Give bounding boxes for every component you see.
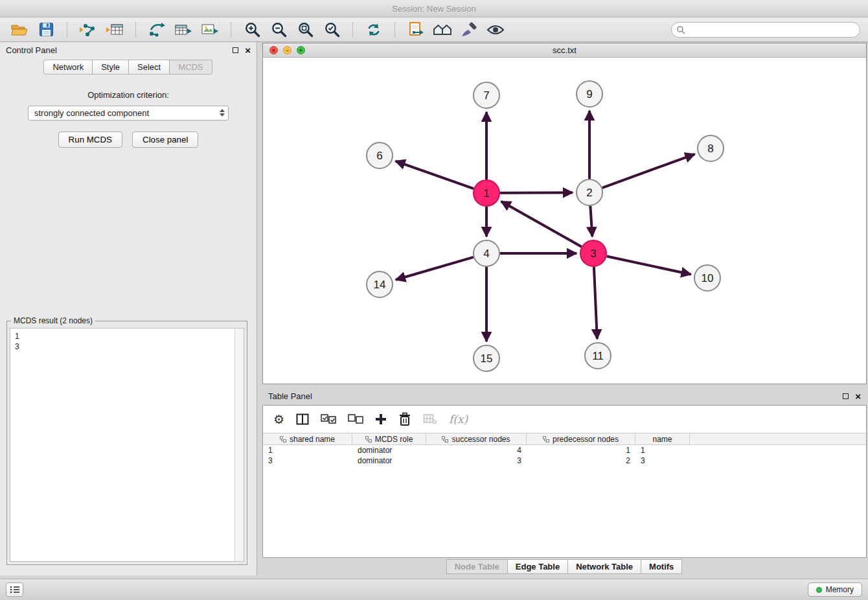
run-mcds-button[interactable]: Run MCDS — [58, 132, 122, 148]
memory-button[interactable]: Memory — [808, 583, 862, 597]
import-table-disabled-icon — [423, 413, 437, 425]
graph-edge-3-10[interactable] — [607, 256, 691, 274]
show-hide-icon[interactable] — [484, 20, 507, 40]
mcds-result-title: MCDS result (2 nodes) — [11, 316, 95, 325]
table-cell[interactable]: 1 — [263, 445, 352, 456]
criterion-select[interactable]: strongly connected component — [28, 106, 229, 121]
deselect-all-icon[interactable] — [348, 414, 363, 424]
table-cell[interactable]: 3 — [426, 456, 527, 466]
export-table-icon[interactable] — [172, 20, 195, 40]
import-table-icon[interactable] — [103, 20, 126, 40]
graph-node-label: 1 — [483, 187, 489, 200]
tab-select[interactable]: Select — [128, 60, 170, 75]
network-export-glyph — [148, 22, 166, 38]
tab-node-table[interactable]: Node Table — [446, 559, 508, 574]
graph-node-label: 11 — [592, 350, 604, 362]
list-icon — [10, 586, 20, 594]
table-cell[interactable]: 4 — [426, 445, 527, 456]
page-share-glyph — [407, 21, 424, 38]
window-minimize-icon[interactable]: − — [283, 46, 291, 54]
graph-node-label: 10 — [702, 272, 714, 284]
graph-node-label: 6 — [376, 150, 382, 162]
result-scrollbar[interactable] — [234, 329, 244, 561]
float-panel-icon[interactable] — [233, 47, 238, 53]
zoom-fit-icon[interactable] — [293, 20, 317, 40]
graph-edge-2-8[interactable] — [602, 154, 695, 188]
mcds-result-box: MCDS result (2 nodes) 1 3 — [6, 321, 247, 565]
mcds-result-line: 1 — [15, 331, 239, 341]
graph-node-label: 14 — [374, 279, 386, 291]
select-chevrons-icon — [220, 109, 225, 117]
table-panel-header: Table Panel × — [262, 388, 867, 404]
save-session-icon[interactable] — [34, 20, 58, 40]
zoom-in-glyph — [244, 21, 260, 38]
table-cell[interactable]: 3 — [635, 456, 690, 466]
graph-edge-4-14[interactable] — [396, 257, 474, 280]
column-header-shared-name[interactable]: shared name — [263, 433, 352, 444]
column-header-successor-nodes[interactable]: successor nodes — [426, 433, 527, 444]
network-file-icon[interactable] — [404, 20, 428, 40]
table-cell[interactable]: 2 — [527, 456, 635, 466]
style-brush-icon[interactable] — [457, 20, 481, 40]
export-image-icon[interactable] — [198, 20, 222, 40]
window-close-icon[interactable]: × — [269, 46, 278, 54]
float-table-panel-icon[interactable] — [843, 393, 849, 399]
tab-mcds[interactable]: MCDS — [169, 60, 212, 75]
graph-edge-1-2[interactable] — [500, 192, 573, 193]
table-row[interactable]: 3dominator323 — [263, 456, 866, 466]
import-network-icon[interactable] — [76, 20, 100, 40]
export-network-icon[interactable] — [145, 20, 168, 40]
window-zoom-icon[interactable]: + — [297, 46, 305, 54]
table-row[interactable]: 1dominator411 — [263, 445, 866, 456]
toolbar-separator — [135, 22, 136, 38]
window-titlebar: Session: New Session — [0, 0, 868, 17]
network-import-glyph — [79, 22, 97, 38]
eye-glyph — [486, 23, 505, 36]
first-neighbors-icon[interactable] — [431, 20, 454, 40]
toolbar-separator — [352, 22, 353, 38]
column-header-name[interactable]: name — [635, 433, 690, 444]
tab-style[interactable]: Style — [92, 60, 129, 75]
graph-edge-2-3[interactable] — [590, 206, 592, 237]
column-sort-icon — [365, 436, 372, 443]
floppy-icon — [39, 22, 54, 37]
search-input[interactable] — [671, 22, 860, 38]
table-settings-icon[interactable]: ⚙ — [273, 413, 284, 426]
tab-motifs[interactable]: Motifs — [641, 559, 682, 574]
window-title: Session: New Session — [392, 4, 475, 14]
tab-network-table[interactable]: Network Table — [567, 559, 641, 574]
zoom-in-icon[interactable] — [240, 20, 264, 40]
memory-label: Memory — [826, 585, 854, 594]
houses-glyph — [433, 22, 452, 38]
column-sort-icon — [543, 436, 549, 443]
select-all-icon[interactable] — [321, 414, 336, 424]
tab-network[interactable]: Network — [43, 60, 93, 75]
close-panel-icon[interactable]: × — [245, 45, 251, 55]
table-import-glyph — [106, 22, 124, 38]
add-column-icon[interactable] — [375, 413, 387, 425]
table-cell[interactable]: 1 — [527, 445, 635, 456]
delete-column-icon[interactable] — [398, 412, 411, 426]
show-columns-icon[interactable] — [296, 413, 309, 425]
network-canvas[interactable]: 7968124310141511 — [263, 58, 866, 384]
graph-edge-3-1[interactable] — [501, 202, 582, 247]
column-header-predecessor-nodes[interactable]: predecessor nodes — [527, 433, 635, 444]
apply-layout-icon[interactable] — [362, 20, 385, 40]
tool-panel-button[interactable] — [6, 583, 23, 597]
table-cell[interactable]: 3 — [263, 456, 352, 466]
table-cell[interactable]: dominator — [352, 456, 426, 466]
table-cell[interactable]: dominator — [352, 445, 426, 456]
zoom-selected-icon[interactable] — [320, 20, 343, 40]
brush-glyph — [461, 22, 477, 38]
close-panel-button[interactable]: Close panel — [132, 132, 198, 148]
open-session-icon[interactable] — [8, 20, 31, 40]
table-cell[interactable]: 1 — [635, 445, 690, 456]
toolbar-separator — [67, 22, 67, 38]
close-table-panel-icon[interactable]: × — [855, 391, 861, 401]
zoom-out-icon[interactable] — [267, 20, 290, 40]
graph-edge-3-11[interactable] — [594, 267, 597, 339]
network-window-titlebar: × − + scc.txt — [263, 43, 866, 58]
tab-edge-table[interactable]: Edge Table — [507, 559, 568, 574]
column-header-mcds-role[interactable]: MCDS role — [352, 433, 426, 444]
graph-edge-1-6[interactable] — [396, 161, 474, 189]
